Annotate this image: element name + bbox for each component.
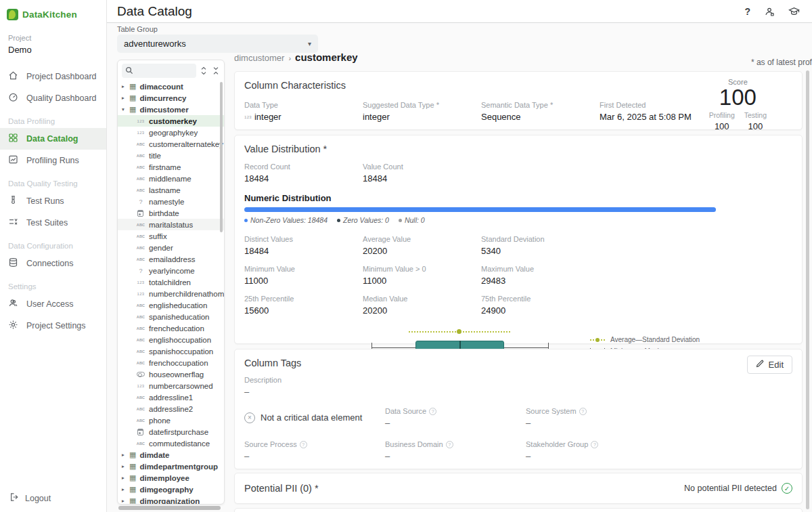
tree-item[interactable]: ABC customeralternatekey (118, 138, 224, 150)
column-type-icon: 123 (136, 131, 145, 135)
tree-item[interactable]: ? yearlyincome (118, 265, 224, 276)
not-critical-label: Not a critical data element (261, 412, 362, 423)
tree-item[interactable]: ABC lastname (118, 184, 224, 196)
tree-item[interactable]: datefirstpurchase (118, 426, 224, 438)
sidebar-item-user-access[interactable]: User Access (0, 293, 106, 315)
tree-search-input[interactable] (122, 64, 196, 78)
tree-item[interactable]: ABC commutedistance (118, 438, 224, 449)
tree-item[interactable]: ▸ ▦ dimorganization (118, 495, 224, 505)
tree-item[interactable]: ▸ ▦ dimdepartmentgroup (118, 461, 224, 472)
graduation-cap-icon[interactable] (788, 6, 800, 16)
sidebar-item-test-runs[interactable]: Test Runs (0, 190, 106, 212)
column-type-icon: ABC (136, 246, 145, 250)
score-value: 100 (709, 86, 767, 110)
tree-item[interactable]: 123 numbercarsowned (118, 380, 224, 391)
legend-label: Null: 0 (405, 216, 425, 224)
tree-item[interactable]: ABC englisheducation (118, 299, 224, 311)
tree-item[interactable]: 123 geographykey (118, 127, 224, 138)
tree-item-label: dimdate (139, 451, 169, 459)
tree-item[interactable]: ABC title (118, 150, 224, 161)
tree-item[interactable]: ? namestyle (118, 196, 224, 207)
tree-item[interactable]: ABC addressline1 (118, 391, 224, 403)
rules-list-icon (8, 217, 18, 229)
expander-arrow-icon[interactable]: ▸ (122, 463, 129, 469)
tree-item[interactable]: ▸ ▦ dimcurrency (118, 92, 224, 104)
numeric-distribution-bar (244, 207, 716, 212)
sidebar-item-profiling-runs[interactable]: Profiling Runs (0, 150, 106, 171)
expander-arrow-icon[interactable]: ▸ (122, 498, 129, 504)
chevron-down-icon: ▾ (308, 40, 311, 47)
tree-item[interactable]: ABC suffix (118, 230, 224, 242)
tree-item-label: phone (149, 417, 171, 425)
tree-item[interactable]: 123 customerkey (118, 115, 224, 127)
tree-item[interactable]: ABC frenchoccupation (118, 357, 224, 368)
tree-item[interactable]: ABC firstname (118, 161, 224, 173)
stat-field: Distinct Values 18484 (244, 235, 363, 256)
tree-vertical-scrollbar[interactable] (220, 82, 223, 232)
column-type-icon: ABC (136, 142, 145, 146)
stat-field: Median Value 20200 (363, 295, 481, 316)
column-characteristics-card: Column Characteristics Data Type 123inte… (234, 71, 803, 130)
support-agent-icon[interactable] (764, 6, 775, 17)
column-type-icon: ▦ (129, 497, 136, 505)
legend-label: Zero Values: 0 (343, 216, 389, 224)
tree-item-label: datefirstpurchase (149, 428, 208, 436)
tree-item[interactable]: ▸ ▦ dimgeography (118, 484, 224, 495)
tree-item[interactable]: ▸ ▦ dimaccount (118, 81, 224, 92)
help-circle-icon: ? (446, 441, 453, 448)
expander-arrow-icon[interactable]: ▸ (122, 83, 129, 89)
help-icon[interactable]: ? (744, 6, 750, 17)
tree-item[interactable]: 123 totalchildren (118, 276, 224, 288)
sidebar-item-connections[interactable]: Connections (0, 253, 106, 274)
tree-item[interactable]: ABC englishoccupation (118, 334, 224, 345)
sort-icon[interactable] (198, 66, 208, 77)
tree-item-label: frenchoccupation (149, 359, 208, 367)
tree-item[interactable]: birthdate (118, 207, 224, 219)
legend-dot-icon (399, 219, 402, 222)
tree-item[interactable]: houseownerflag (118, 368, 224, 380)
tree-horizontal-scrollbar[interactable] (118, 506, 221, 510)
legend-item: Zero Values: 0 (337, 216, 389, 224)
sidebar-item-project-settings[interactable]: Project Settings (0, 315, 106, 337)
tree-item[interactable]: ABC emailaddress (118, 253, 224, 265)
tree-item[interactable]: ABC middlename (118, 173, 224, 184)
sidebar-item-quality-dashboard[interactable]: Quality Dashboard (0, 87, 106, 109)
expander-arrow-icon[interactable]: ▸ (122, 452, 129, 458)
field-label: Median Value (363, 295, 481, 303)
tree-item[interactable]: ABC addressline2 (118, 403, 224, 414)
expander-arrow-icon[interactable]: ▾ (122, 106, 129, 112)
expander-arrow-icon[interactable]: ▸ (122, 475, 129, 481)
description-value: – (244, 387, 792, 397)
sidebar-item-test-suites[interactable]: Test Suites (0, 212, 106, 234)
collapse-all-icon[interactable] (210, 66, 221, 77)
expander-arrow-icon[interactable]: ▸ (122, 486, 129, 492)
tree-item[interactable]: 123 numberchildrenathome (118, 288, 224, 299)
logout-button[interactable]: Logout (9, 492, 51, 504)
column-type-icon: ▦ (129, 83, 136, 90)
field-value: 18484 (363, 173, 792, 184)
tree-item[interactable]: ▾ ▦ dimcustomer (118, 104, 224, 115)
table-group-select[interactable]: adventureworks ▾ (117, 35, 318, 53)
tree-item[interactable]: ABC spanisheducation (118, 311, 224, 322)
boxplot-avg-dot (457, 329, 461, 334)
main-vertical-scrollbar[interactable] (806, 70, 809, 509)
tree-item[interactable]: ABC spanishoccupation (118, 345, 224, 357)
sidebar-item-data-catalog[interactable]: Data Catalog (0, 128, 106, 150)
potential-pii-card: Potential PII (0) * No potential PII det… (234, 473, 803, 504)
numeric-type-icon: 123 (244, 115, 252, 119)
brand-logo[interactable]: DataKitchen (0, 0, 106, 27)
tree-item[interactable]: ABC frencheducation (118, 322, 224, 334)
tree-item[interactable]: ABC gender (118, 242, 224, 253)
tree-item[interactable]: ABC maritalstatus (118, 219, 224, 230)
tree-item[interactable]: ▸ ▦ dimemployee (118, 472, 224, 484)
column-type-icon: ABC (136, 361, 145, 365)
tree-item[interactable]: ▸ ▦ dimdate (118, 449, 224, 461)
help-circle-icon: ? (591, 441, 598, 448)
field-value: integer (363, 112, 390, 122)
sidebar-item-project-dashboard[interactable]: Project Dashboard (0, 66, 106, 87)
edit-button[interactable]: Edit (747, 356, 792, 374)
breadcrumb-table[interactable]: dimcustomer (234, 53, 284, 63)
column-type-icon (137, 372, 145, 377)
expander-arrow-icon[interactable]: ▸ (122, 95, 129, 101)
tree-item[interactable]: ABC phone (118, 414, 224, 426)
